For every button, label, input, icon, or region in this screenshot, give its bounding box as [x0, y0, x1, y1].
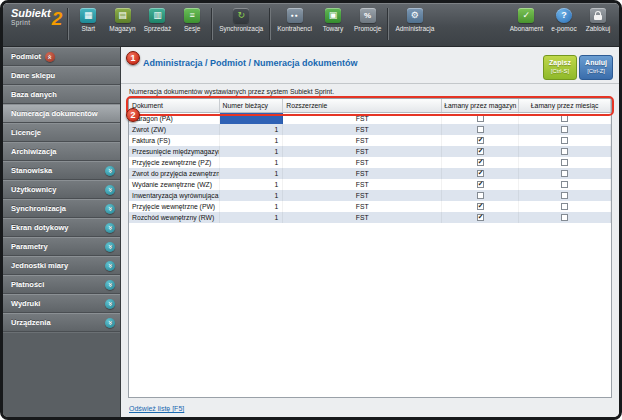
- checkbox-lamany-magazyn[interactable]: [477, 148, 484, 155]
- table-row[interactable]: Inwentaryzacja wyrównująca (I... 1 FST: [129, 190, 611, 201]
- cell-rozszerzenie[interactable]: FST: [283, 201, 442, 212]
- cell-dokument[interactable]: Przesunięcie międzymagazynow...: [129, 146, 220, 157]
- cell-lamany-magazyn[interactable]: [442, 168, 519, 179]
- cell-lamany-magazyn[interactable]: [442, 124, 519, 135]
- cell-numer-biezacy[interactable]: 1: [220, 168, 284, 179]
- sidebar-item-dane-sklepu[interactable]: Dane sklepu: [3, 66, 120, 85]
- checkbox-lamany-magazyn[interactable]: [477, 181, 484, 188]
- cell-lamany-miesiac[interactable]: [519, 124, 611, 135]
- checkbox-lamany-miesiac[interactable]: [561, 126, 568, 133]
- checkbox-lamany-miesiac[interactable]: [561, 192, 568, 199]
- cell-lamany-miesiac[interactable]: [519, 212, 611, 223]
- cell-rozszerzenie[interactable]: FST: [283, 179, 442, 190]
- cell-lamany-miesiac[interactable]: [519, 113, 611, 124]
- cell-lamany-miesiac[interactable]: [519, 157, 611, 168]
- save-button[interactable]: Zapisz [Ctrl-S]: [543, 55, 577, 80]
- cell-rozszerzenie[interactable]: FST: [283, 168, 442, 179]
- cell-rozszerzenie[interactable]: FST: [283, 212, 442, 223]
- cell-dokument[interactable]: Faktura (FS): [129, 135, 220, 146]
- cell-lamany-magazyn[interactable]: [442, 146, 519, 157]
- sidebar-item-archiwizacja[interactable]: Archiwizacja: [3, 142, 120, 161]
- table-row[interactable]: Przesunięcie międzymagazynow... 1 FST: [129, 146, 611, 157]
- toolbar-item-sesje[interactable]: ≡ Sesje: [175, 3, 209, 46]
- cell-rozszerzenie[interactable]: FST: [283, 146, 442, 157]
- cell-lamany-magazyn[interactable]: [442, 201, 519, 212]
- checkbox-lamany-miesiac[interactable]: [561, 203, 568, 210]
- cell-numer-biezacy[interactable]: 1: [220, 179, 284, 190]
- checkbox-lamany-magazyn[interactable]: [477, 192, 484, 199]
- cell-lamany-miesiac[interactable]: [519, 146, 611, 157]
- cell-rozszerzenie[interactable]: FST: [283, 135, 442, 146]
- sidebar-item-jednostki-miary[interactable]: Jednostki miary »: [3, 256, 120, 275]
- cell-numer-biezacy[interactable]: 1: [220, 212, 284, 223]
- checkbox-lamany-magazyn[interactable]: [477, 137, 484, 144]
- checkbox-lamany-magazyn[interactable]: [477, 115, 484, 122]
- checkbox-lamany-miesiac[interactable]: [561, 214, 568, 221]
- cell-lamany-magazyn[interactable]: [442, 113, 519, 124]
- checkbox-lamany-miesiac[interactable]: [561, 148, 568, 155]
- cancel-button[interactable]: Anuluj [Ctrl-Z]: [579, 55, 613, 80]
- table-row[interactable]: Przyjęcie zewnętrzne (PZ) 1 FST: [129, 157, 611, 168]
- sidebar-item-platnosci[interactable]: Płatności »: [3, 275, 120, 294]
- cell-numer-biezacy-selected[interactable]: [220, 113, 284, 124]
- sidebar-item-urzadzenia[interactable]: Urządzenia »: [3, 313, 120, 332]
- cell-lamany-miesiac[interactable]: [519, 179, 611, 190]
- cell-numer-biezacy[interactable]: 1: [220, 124, 284, 135]
- cell-rozszerzenie[interactable]: FST: [283, 113, 442, 124]
- checkbox-lamany-miesiac[interactable]: [561, 115, 568, 122]
- toolbar-item-zablokuj[interactable]: Zablokuj: [581, 3, 615, 46]
- checkbox-lamany-magazyn[interactable]: [477, 159, 484, 166]
- cell-dokument[interactable]: Przyjęcie wewnętrzne (PW): [129, 201, 220, 212]
- checkbox-lamany-miesiac[interactable]: [561, 159, 568, 166]
- table-row[interactable]: Rozchód wewnętrzny (RW) 1 FST: [129, 212, 611, 223]
- cell-numer-biezacy[interactable]: 1: [220, 135, 284, 146]
- cell-dokument[interactable]: Przyjęcie zewnętrzne (PZ): [129, 157, 220, 168]
- table-row[interactable]: Zwrot do przyjęcia zewnętrzneg... 1 FST: [129, 168, 611, 179]
- cell-lamany-magazyn[interactable]: [442, 157, 519, 168]
- refresh-list-link[interactable]: Odśwież listę [F5]: [129, 405, 184, 412]
- cell-rozszerzenie[interactable]: FST: [283, 124, 442, 135]
- sidebar-item-synchronizacja[interactable]: Synchronizacja »: [3, 199, 120, 218]
- cell-dokument[interactable]: Wydanie zewnętrzne (WZ): [129, 179, 220, 190]
- cell-lamany-magazyn[interactable]: [442, 212, 519, 223]
- cell-lamany-miesiac[interactable]: [519, 135, 611, 146]
- toolbar-item-magazyn[interactable]: ▤ Magazyn: [105, 3, 139, 46]
- sidebar-item-licencje[interactable]: Licencje: [3, 123, 120, 142]
- sidebar-item-stanowiska[interactable]: Stanowiska »: [3, 161, 120, 180]
- toolbar-item-start[interactable]: ▦ Start: [71, 3, 105, 46]
- checkbox-lamany-miesiac[interactable]: [561, 181, 568, 188]
- checkbox-lamany-miesiac[interactable]: [561, 170, 568, 177]
- table-row[interactable]: Wydanie zewnętrzne (WZ) 1 FST: [129, 179, 611, 190]
- cell-numer-biezacy[interactable]: 1: [220, 190, 284, 201]
- cell-rozszerzenie[interactable]: FST: [283, 190, 442, 201]
- cell-numer-biezacy[interactable]: 1: [220, 157, 284, 168]
- cell-dokument[interactable]: Zwrot (ZW): [129, 124, 220, 135]
- cell-lamany-magazyn[interactable]: [442, 179, 519, 190]
- cell-dokument[interactable]: Zwrot do przyjęcia zewnętrzneg...: [129, 168, 220, 179]
- checkbox-lamany-magazyn[interactable]: [477, 170, 484, 177]
- table-row[interactable]: Przyjęcie wewnętrzne (PW) 1 FST: [129, 201, 611, 212]
- cell-numer-biezacy[interactable]: 1: [220, 146, 284, 157]
- cell-dokument[interactable]: Paragon (PA): [129, 113, 220, 124]
- checkbox-lamany-magazyn[interactable]: [477, 214, 484, 221]
- sidebar-item-ekran-dotykowy[interactable]: Ekran dotykowy »: [3, 218, 120, 237]
- cell-lamany-miesiac[interactable]: [519, 201, 611, 212]
- cell-lamany-magazyn[interactable]: [442, 135, 519, 146]
- sidebar-item-wydruki[interactable]: Wydruki »: [3, 294, 120, 313]
- cell-numer-biezacy[interactable]: 1: [220, 201, 284, 212]
- toolbar-item-administracja[interactable]: ⚙ Administracja: [391, 3, 438, 46]
- table-row[interactable]: Paragon (PA) FST: [129, 113, 611, 124]
- cell-lamany-miesiac[interactable]: [519, 190, 611, 201]
- sidebar-item-baza-danych[interactable]: Baza danych: [3, 85, 120, 104]
- table-row[interactable]: Faktura (FS) 1 FST: [129, 135, 611, 146]
- toolbar-item-abonament[interactable]: ✓ Abonament: [506, 3, 547, 46]
- cell-dokument[interactable]: Rozchód wewnętrzny (RW): [129, 212, 220, 223]
- sidebar-item-podmiot[interactable]: Podmiot »: [3, 47, 120, 66]
- cell-lamany-magazyn[interactable]: [442, 190, 519, 201]
- toolbar-item-kontrahenci[interactable]: ●● Kontrahenci: [273, 3, 316, 46]
- toolbar-item-towary[interactable]: ▣ Towary: [316, 3, 350, 46]
- toolbar-item-epomoc[interactable]: ? e-pomoc: [547, 3, 581, 46]
- toolbar-item-promocje[interactable]: % Promocje: [350, 3, 385, 46]
- table-row[interactable]: Zwrot (ZW) 1 FST: [129, 124, 611, 135]
- checkbox-lamany-magazyn[interactable]: [477, 203, 484, 210]
